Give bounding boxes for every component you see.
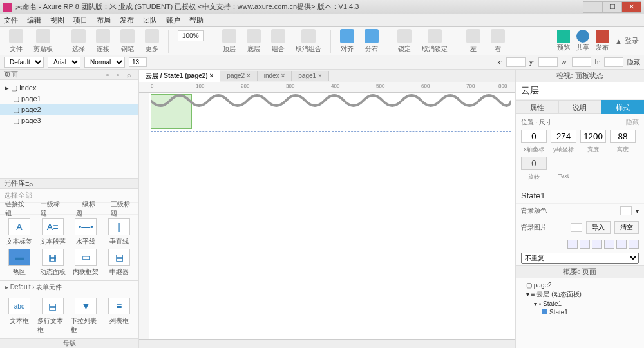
repeat-select[interactable]: 不重复 (521, 253, 639, 264)
group-icon[interactable] (271, 29, 285, 43)
lock-icon[interactable] (397, 29, 412, 43)
select-icon[interactable] (71, 29, 86, 43)
zoom-select[interactable]: 100% (178, 30, 204, 41)
widget-hotspot[interactable]: ▬热区 (4, 249, 35, 276)
widget-listbox[interactable]: ≡列表框 (104, 298, 135, 334)
menu-publish[interactable]: 发布 (120, 15, 134, 25)
wave-shape[interactable] (151, 93, 511, 131)
outline-state[interactable]: ▾ ▫ State1 (518, 300, 641, 308)
align-tc-icon[interactable] (580, 240, 590, 249)
style-select[interactable]: Default (4, 57, 44, 68)
masters-bar[interactable]: 母版 (0, 338, 138, 348)
menu-edit[interactable]: 编辑 (27, 15, 41, 25)
outline-leaf[interactable]: State1 (518, 308, 641, 316)
outline-root[interactable]: ▢ page2 (518, 281, 641, 289)
publish-icon[interactable] (596, 30, 609, 43)
pen-icon[interactable] (120, 29, 135, 43)
library-heading-row: 链接按钮一级标题二级标题三级标题 (0, 203, 138, 215)
tab-page1[interactable]: page1 × (292, 71, 328, 81)
insp-rot[interactable] (521, 157, 547, 170)
x-input[interactable] (506, 57, 526, 67)
align-left-icon[interactable] (466, 29, 480, 43)
insp-tab-style[interactable]: 样式 (601, 100, 644, 114)
menu-team[interactable]: 团队 (143, 15, 157, 25)
widget-textfield[interactable]: abc文本框 (4, 298, 35, 334)
clear-button[interactable]: 清空 (614, 221, 639, 234)
widget-vline[interactable]: |垂直线 (104, 218, 135, 246)
menu-help[interactable]: 帮助 (189, 15, 204, 25)
widget-dynamic-panel[interactable]: ▦动态面板 (37, 249, 68, 276)
bgimg-preview[interactable] (571, 223, 582, 232)
menu-layout[interactable]: 布局 (97, 15, 111, 25)
outline-panel[interactable]: ▾ ≡ 云层 (动态面板) (518, 289, 641, 300)
insp-h[interactable] (610, 130, 636, 143)
login-button[interactable]: ▲ 登录 (615, 36, 639, 46)
add-folder-icon[interactable]: ▫ (117, 71, 124, 79)
more-icon[interactable] (145, 29, 159, 43)
ruler-horizontal: 0 100 200 300 400 500 600 700 800 (139, 82, 515, 93)
align-right-icon[interactable] (491, 29, 505, 43)
distribute-icon[interactable] (365, 29, 379, 43)
unlock-icon[interactable] (428, 29, 442, 43)
search-icon[interactable]: ⌕ (127, 71, 135, 79)
tree-page1[interactable]: ▢ page1 (0, 93, 138, 104)
fontsize-input[interactable] (129, 57, 147, 67)
tree-page3[interactable]: ▢ page3 (0, 115, 138, 126)
scrollbar-horizontal[interactable] (139, 339, 515, 348)
h-input[interactable] (604, 57, 623, 67)
widget-iframe[interactable]: ▭内联框架 (71, 249, 102, 276)
minimize-button[interactable]: — (583, 1, 603, 13)
menu-file[interactable]: 文件 (4, 15, 18, 25)
align-mc-icon[interactable] (616, 240, 627, 249)
preview-icon[interactable] (557, 30, 570, 43)
insp-x[interactable] (521, 130, 547, 143)
align-icon[interactable] (340, 29, 354, 43)
insp-w[interactable] (580, 130, 606, 143)
widget-dropdown[interactable]: ▼下拉列表框 (71, 298, 102, 334)
tree-page2[interactable]: ▢ page2 (0, 104, 138, 115)
y-input[interactable] (538, 57, 558, 67)
menu-view[interactable]: 视图 (50, 15, 64, 25)
send-back-icon[interactable] (247, 29, 261, 43)
pages-panel-header: 页面 ▫ ▫ ⌕ (0, 70, 138, 80)
ungroup-icon[interactable] (301, 29, 316, 43)
insp-tab-notes[interactable]: 说明 (558, 100, 601, 114)
clipboard-icon[interactable] (36, 29, 50, 43)
tab-page2[interactable]: page2 × (220, 71, 257, 81)
bring-front-icon[interactable] (222, 29, 236, 43)
insp-tab-props[interactable]: 属性 (516, 100, 558, 114)
add-page-icon[interactable]: ▫ (106, 71, 114, 79)
close-button[interactable]: ✕ (622, 1, 641, 13)
menu-project[interactable]: 项目 (73, 15, 88, 25)
font-select[interactable]: Arial (48, 57, 80, 68)
chevron-down-icon[interactable]: ▾ (636, 208, 639, 215)
form-group-header[interactable]: ▸ Default › 表单元件 (0, 280, 138, 294)
inspector-name[interactable]: 云层 (516, 82, 644, 100)
maximize-button[interactable]: ☐ (603, 1, 622, 13)
weight-select[interactable]: Normal (84, 57, 125, 68)
align-tl-icon[interactable] (567, 240, 578, 249)
insp-y[interactable] (551, 130, 576, 143)
tab-index[interactable]: index × (258, 71, 292, 81)
canvas[interactable] (139, 93, 515, 339)
app-logo (3, 3, 12, 12)
widget-paragraph[interactable]: A≡文本段落 (37, 218, 68, 246)
file-icon[interactable] (9, 29, 23, 43)
menu-account[interactable]: 账户 (166, 15, 180, 25)
share-icon[interactable] (576, 30, 589, 43)
connect-icon[interactable] (96, 29, 110, 43)
w-input[interactable] (572, 57, 591, 67)
align-ml-icon[interactable] (604, 240, 614, 249)
widget-repeater[interactable]: ▤中继器 (104, 249, 135, 276)
align-tr-icon[interactable] (592, 240, 602, 249)
tree-root[interactable]: ▸ ▢ index (0, 82, 138, 93)
widget-text-label[interactable]: A文本标签 (4, 218, 35, 246)
state-name[interactable]: State1 (516, 188, 644, 204)
tab-state1[interactable]: 云层 / State1 (page2) × (139, 70, 220, 82)
align-mr-icon[interactable] (629, 240, 639, 249)
widget-hline[interactable]: •—•水平线 (71, 218, 102, 246)
widget-textarea[interactable]: ▤多行文本框 (37, 298, 68, 334)
import-button[interactable]: 导入 (586, 221, 611, 234)
lib-search-icon[interactable]: ⌕ (29, 180, 33, 188)
bgcolor-picker[interactable] (620, 206, 632, 215)
